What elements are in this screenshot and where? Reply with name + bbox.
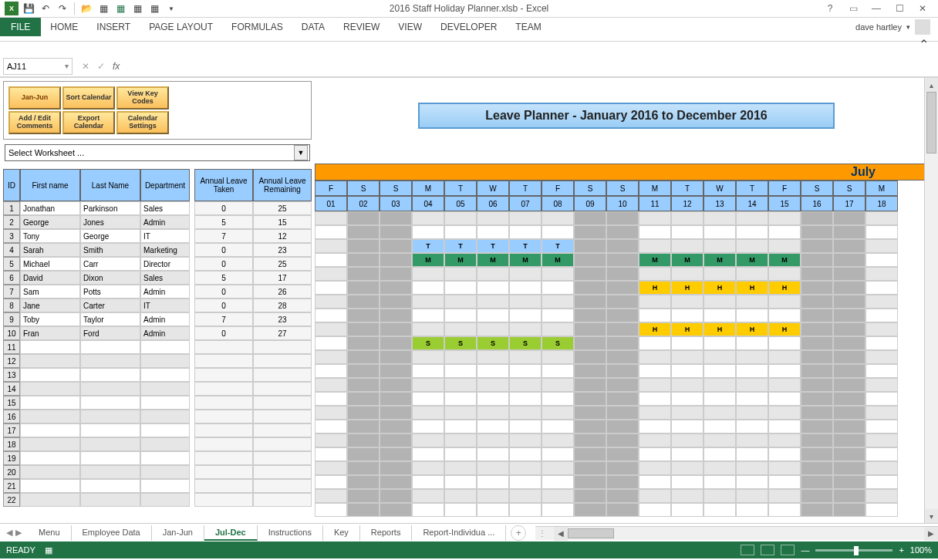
calendar-cell[interactable] [606,211,639,225]
cell-id[interactable]: 18 [3,437,20,451]
calendar-cell[interactable] [671,309,704,322]
hscroll-left-icon[interactable]: ◀ [554,527,568,541]
calendar-cell[interactable] [736,378,768,392]
view-layout-icon[interactable] [761,545,774,555]
fx-icon[interactable]: fx [113,61,120,72]
calendar-cell[interactable] [865,211,898,225]
cell-id[interactable]: 1 [3,201,20,215]
staff-row[interactable]: 2 George Jones Admin 5 15 [3,215,315,229]
zoom-in-icon[interactable]: + [899,545,903,555]
calendar-cell[interactable] [509,406,542,420]
calendar-cell[interactable] [347,267,380,281]
calendar-cell[interactable] [801,447,833,461]
calendar-cell[interactable] [736,225,768,239]
calendar-cell[interactable] [477,281,509,295]
cell-leave-remaining[interactable]: 27 [253,326,312,340]
calendar-cell[interactable] [477,322,509,336]
calendar-cell[interactable] [801,322,833,336]
calendar-cell[interactable] [412,378,444,392]
calendar-cell[interactable] [315,295,347,309]
cell-last-name[interactable]: Potts [80,285,140,299]
calendar-cell[interactable] [347,447,380,461]
calendar-cell[interactable] [315,253,347,267]
calendar-cell[interactable] [768,225,801,239]
sheet-tab[interactable]: Employee Data [72,525,152,541]
calendar-cell[interactable] [671,489,704,503]
ribbon-tab-view[interactable]: VIEW [389,18,431,36]
calendar-cell[interactable] [412,503,444,517]
calendar-cell[interactable] [768,447,801,461]
calendar-cell[interactable] [639,475,671,489]
calendar-cell[interactable] [865,447,898,461]
calendar-cell[interactable] [542,420,574,433]
sheet-tab[interactable]: Key [323,525,360,541]
calendar-cell[interactable] [380,253,412,267]
ribbon-tab-home[interactable]: HOME [41,18,87,36]
calendar-cell[interactable] [477,433,509,447]
calendar-cell[interactable]: T [412,239,444,253]
staff-row-empty[interactable]: 15 [3,396,315,410]
calendar-cell[interactable] [639,336,671,350]
staff-row[interactable]: 5 Michael Carr Director 0 25 [3,257,315,271]
calendar-cell[interactable] [639,392,671,406]
calendar-cell[interactable] [704,447,736,461]
calendar-cell[interactable] [606,489,639,503]
calendar-cell[interactable] [380,461,412,475]
calendar-cell[interactable] [380,322,412,336]
calendar-cell[interactable] [606,406,639,420]
calendar-cell[interactable] [542,267,574,281]
calendar-cell[interactable] [542,475,574,489]
cell-last-name[interactable]: Jones [80,215,140,229]
calendar-cell[interactable] [865,225,898,239]
ribbon-options-icon[interactable]: ▭ [844,2,862,15]
view-key-codes-button[interactable]: View Key Codes [116,86,169,110]
custom2-icon[interactable]: ▦ [147,2,161,15]
cell-leave-taken[interactable]: 0 [194,326,253,340]
cell-department[interactable]: Admin [140,312,190,326]
calendar-cell[interactable] [444,225,477,239]
calendar-cell[interactable] [801,267,833,281]
staff-row[interactable]: 4 Sarah Smith Marketing 0 23 [3,243,315,257]
calendar-cell[interactable] [704,350,736,364]
staff-row-empty[interactable]: 19 [3,451,315,465]
cell-first-name[interactable]: Fran [20,326,80,340]
calendar-cell[interactable] [704,392,736,406]
calendar-cell[interactable] [606,350,639,364]
calendar-cell[interactable] [477,461,509,475]
macro-icon[interactable]: ▦ [45,545,52,555]
calendar-cell[interactable] [606,267,639,281]
calendar-cell[interactable] [477,489,509,503]
calendar-cell[interactable] [347,281,380,295]
cell-leave-remaining[interactable]: 25 [253,201,312,215]
calendar-cell[interactable] [639,378,671,392]
calendar-cell[interactable]: S [509,336,542,350]
calendar-cell[interactable] [671,350,704,364]
calendar-cell[interactable] [639,295,671,309]
calendar-cell[interactable] [574,475,606,489]
cell-id[interactable]: 9 [3,312,20,326]
calendar-cell[interactable]: M [639,253,671,267]
calendar-cell[interactable] [542,350,574,364]
calendar-cell[interactable] [704,420,736,433]
sheet-tab[interactable]: Jul-Dec [204,525,258,541]
calendar-cell[interactable] [801,281,833,295]
calendar-cell[interactable] [574,309,606,322]
calendar-cell[interactable] [704,378,736,392]
calendar-cell[interactable] [833,336,865,350]
calendar-cell[interactable] [380,211,412,225]
calendar-cell[interactable] [574,322,606,336]
calendar-cell[interactable] [639,420,671,433]
calendar-cell[interactable] [542,447,574,461]
calendar-cell[interactable] [833,239,865,253]
calendar-cell[interactable] [639,406,671,420]
calendar-cell[interactable] [574,461,606,475]
calendar-cell[interactable] [736,447,768,461]
calendar-cell[interactable] [477,378,509,392]
calendar-cell[interactable] [380,447,412,461]
calendar-cell[interactable] [347,406,380,420]
calendar-cell[interactable] [768,295,801,309]
calendar-cell[interactable] [412,309,444,322]
calendar-cell[interactable] [768,503,801,517]
calendar-cell[interactable] [347,364,380,378]
staff-row[interactable]: 7 Sam Potts Admin 0 26 [3,285,315,299]
